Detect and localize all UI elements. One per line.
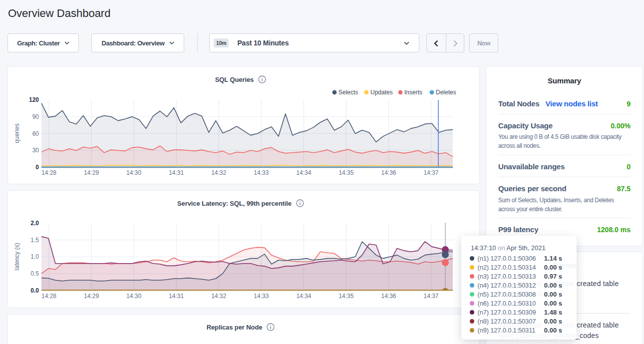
svg-text:14:29: 14:29 bbox=[84, 169, 99, 176]
svg-text:14:30: 14:30 bbox=[126, 169, 141, 176]
svg-text:14:31: 14:31 bbox=[169, 169, 184, 176]
svg-text:queries: queries bbox=[13, 123, 20, 143]
svg-text:14:32: 14:32 bbox=[211, 169, 226, 176]
svg-text:14:28: 14:28 bbox=[41, 169, 56, 176]
svg-text:0.5: 0.5 bbox=[30, 270, 39, 277]
svg-text:1.5: 1.5 bbox=[30, 237, 39, 244]
svg-text:0.0: 0.0 bbox=[30, 287, 39, 294]
svg-text:14:37: 14:37 bbox=[423, 169, 438, 176]
svg-text:14:37: 14:37 bbox=[423, 293, 438, 300]
svg-text:14:33: 14:33 bbox=[254, 169, 269, 176]
svg-text:14:35: 14:35 bbox=[338, 169, 353, 176]
svg-text:Selects: Selects bbox=[338, 89, 358, 96]
svg-text:14:30: 14:30 bbox=[126, 293, 141, 300]
svg-text:14:34: 14:34 bbox=[296, 293, 311, 300]
svg-text:14:28: 14:28 bbox=[41, 293, 56, 300]
svg-text:14:33: 14:33 bbox=[254, 293, 269, 300]
svg-text:14:34: 14:34 bbox=[296, 169, 311, 176]
svg-text:latency (s): latency (s) bbox=[13, 243, 20, 270]
svg-text:30: 30 bbox=[32, 147, 39, 154]
svg-text:14:32: 14:32 bbox=[211, 293, 226, 300]
svg-text:14:35: 14:35 bbox=[338, 293, 353, 300]
svg-text:120: 120 bbox=[29, 96, 39, 103]
svg-text:Updates: Updates bbox=[370, 89, 393, 96]
svg-text:Deletes: Deletes bbox=[436, 89, 456, 96]
svg-text:60: 60 bbox=[32, 130, 39, 137]
svg-text:2.0: 2.0 bbox=[30, 220, 39, 227]
svg-text:0: 0 bbox=[35, 164, 39, 171]
svg-text:1.0: 1.0 bbox=[30, 253, 39, 260]
svg-text:14:29: 14:29 bbox=[84, 293, 99, 300]
svg-text:14:36: 14:36 bbox=[381, 293, 396, 300]
svg-text:14:31: 14:31 bbox=[169, 293, 184, 300]
svg-text:14:36: 14:36 bbox=[381, 169, 396, 176]
svg-text:Inserts: Inserts bbox=[404, 89, 422, 96]
svg-text:90: 90 bbox=[32, 113, 39, 120]
